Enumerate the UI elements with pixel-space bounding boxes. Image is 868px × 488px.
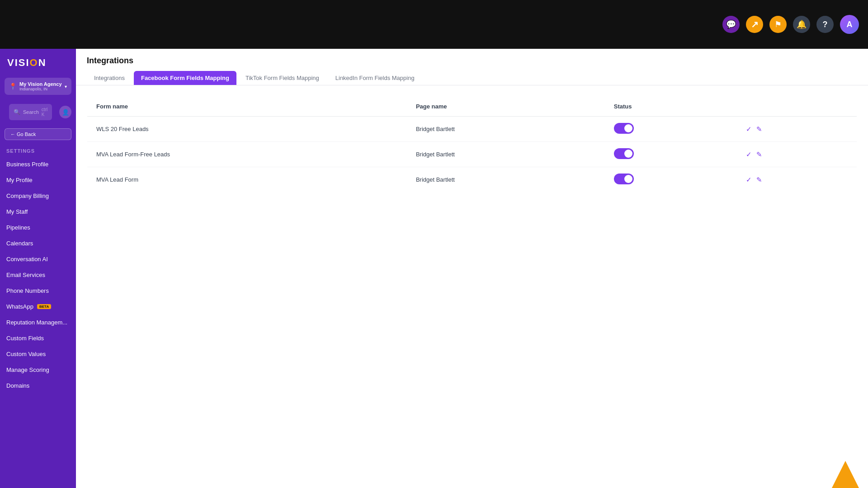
table-row: MVA Lead Form Bridget Bartlett ✓ ✎ [87,167,857,192]
sidebar-item-company-billing[interactable]: Company Billing [0,188,76,204]
breadcrumb: Integrations [87,56,857,66]
form-name-cell: MVA Lead Form-Free Leads [87,142,407,167]
check-icon[interactable]: ✓ [746,125,752,133]
actions-cell: ✓ ✎ [737,117,857,142]
sidebar-item-label: Phone Numbers [6,287,49,294]
main-layout: VISION 📍 My Vision Agency Indianapolis, … [0,49,868,488]
sidebar-item-whatsapp[interactable]: WhatsApp BETA [0,299,76,314]
check-icon[interactable]: ✓ [746,176,752,184]
chevron-down-icon: ▾ [65,84,67,89]
flag-icon[interactable]: ⚑ [769,16,787,33]
action-icons: ✓ ✎ [746,150,848,159]
table-row: WLS 20 Free Leads Bridget Bartlett ✓ ✎ [87,117,857,142]
sidebar-item-my-profile[interactable]: My Profile [0,172,76,188]
actions-cell: ✓ ✎ [737,142,857,167]
sidebar-item-label: My Profile [6,177,33,183]
sidebar-item-label: Business Profile [6,161,48,168]
content-header: Integrations Integrations Facebook Form … [76,49,868,85]
content-area: Integrations Integrations Facebook Form … [76,49,868,488]
logo-accent: O [30,57,38,68]
action-icons: ✓ ✎ [746,125,848,133]
sidebar-item-conversation-ai[interactable]: Conversation AI [0,251,76,267]
sidebar-item-label: WhatsApp [6,303,33,310]
top-bar: 💬 ↗ ⚑ 🔔 ? A [0,0,868,49]
page-name-cell: Bridget Bartlett [407,117,605,142]
agency-sub: Indianapolis, IN [19,87,62,91]
sidebar-item-label: Conversation AI [6,256,48,263]
status-cell [605,117,737,142]
sidebar-logo: VISION [0,49,76,74]
sidebar: VISION 📍 My Vision Agency Indianapolis, … [0,49,76,488]
settings-section-label: Settings [0,143,76,156]
page-name-cell: Bridget Bartlett [407,142,605,167]
agency-selector[interactable]: 📍 My Vision Agency Indianapolis, IN ▾ [5,78,71,95]
sidebar-item-label: Pipelines [6,224,30,231]
sidebar-item-label: Email Services [6,272,45,278]
sidebar-item-custom-values[interactable]: Custom Values [0,346,76,362]
sidebar-item-label: Custom Fields [6,335,44,342]
edit-icon[interactable]: ✎ [756,150,762,159]
status-cell [605,142,737,167]
go-back-button[interactable]: ← Go Back [5,128,71,140]
table-container: Form name Page name Status WLS 20 Free L… [76,85,868,488]
user-icon[interactable]: 👤 [59,106,71,118]
col-header-form-name: Form name [87,97,407,117]
sidebar-item-email-services[interactable]: Email Services [0,267,76,283]
edit-icon[interactable]: ✎ [756,125,762,133]
tabs-bar: Integrations Facebook Form Fields Mappin… [87,71,857,85]
page-name-cell: Bridget Bartlett [407,167,605,192]
location-icon: 📍 [9,83,17,90]
edit-icon[interactable]: ✎ [756,176,762,184]
search-row: 🔍 Search ctrl K 👤 [0,99,76,126]
col-header-actions [737,97,857,117]
form-name-cell: MVA Lead Form [87,167,407,192]
status-toggle[interactable] [614,174,634,184]
search-shortcut: ctrl K [42,107,47,117]
tab-linkedin-form-fields-mapping[interactable]: LinkedIn Form Fields Mapping [328,71,422,85]
sidebar-item-label: Manage Scoring [6,366,49,373]
sidebar-item-phone-numbers[interactable]: Phone Numbers [0,283,76,299]
agency-name: My Vision Agency [19,81,62,87]
sidebar-item-label: Calendars [6,240,33,247]
sidebar-item-custom-fields[interactable]: Custom Fields [0,330,76,346]
sidebar-item-domains[interactable]: Domains [0,378,76,394]
chat-icon[interactable]: 💬 [722,16,740,33]
sidebar-item-label: Company Billing [6,192,49,199]
arrow-up-shape [814,461,868,488]
col-header-status: Status [605,97,737,117]
tab-facebook-form-fields-mapping[interactable]: Facebook Form Fields Mapping [134,71,236,85]
sidebar-item-label: Reputation Managem... [6,319,67,326]
col-header-page-name: Page name [407,97,605,117]
table-row: MVA Lead Form-Free Leads Bridget Bartlet… [87,142,857,167]
top-bar-icons: 💬 ↗ ⚑ 🔔 ? A [722,15,859,34]
sidebar-item-pipelines[interactable]: Pipelines [0,220,76,235]
sidebar-item-calendars[interactable]: Calendars [0,235,76,251]
help-icon[interactable]: ? [816,16,834,33]
search-icon: 🔍 [14,109,20,115]
whatsapp-beta-badge: BETA [37,304,51,309]
arrow-head [814,461,868,488]
search-bar[interactable]: 🔍 Search ctrl K [9,104,52,120]
form-name-cell: WLS 20 Free Leads [87,117,407,142]
search-placeholder: Search [23,109,39,115]
tab-tiktok-form-fields-mapping[interactable]: TikTok Form Fields Mapping [238,71,326,85]
agency-info: My Vision Agency Indianapolis, IN [19,81,62,91]
actions-cell: ✓ ✎ [737,167,857,192]
status-toggle[interactable] [614,123,634,134]
bell-icon[interactable]: 🔔 [793,16,810,33]
status-cell [605,167,737,192]
tab-integrations[interactable]: Integrations [87,71,132,85]
sidebar-item-business-profile[interactable]: Business Profile [0,156,76,172]
sidebar-item-label: Custom Values [6,351,46,357]
action-icons: ✓ ✎ [746,176,848,184]
sidebar-item-manage-scoring[interactable]: Manage Scoring [0,362,76,378]
sidebar-item-my-staff[interactable]: My Staff [0,204,76,220]
check-icon[interactable]: ✓ [746,150,752,159]
sidebar-item-label: My Staff [6,208,28,215]
status-toggle[interactable] [614,148,634,159]
form-fields-table: Form name Page name Status WLS 20 Free L… [87,96,857,192]
avatar[interactable]: A [840,15,859,34]
share-icon[interactable]: ↗ [746,16,763,33]
sidebar-item-label: Domains [6,382,29,389]
sidebar-item-reputation-management[interactable]: Reputation Managem... [0,314,76,330]
